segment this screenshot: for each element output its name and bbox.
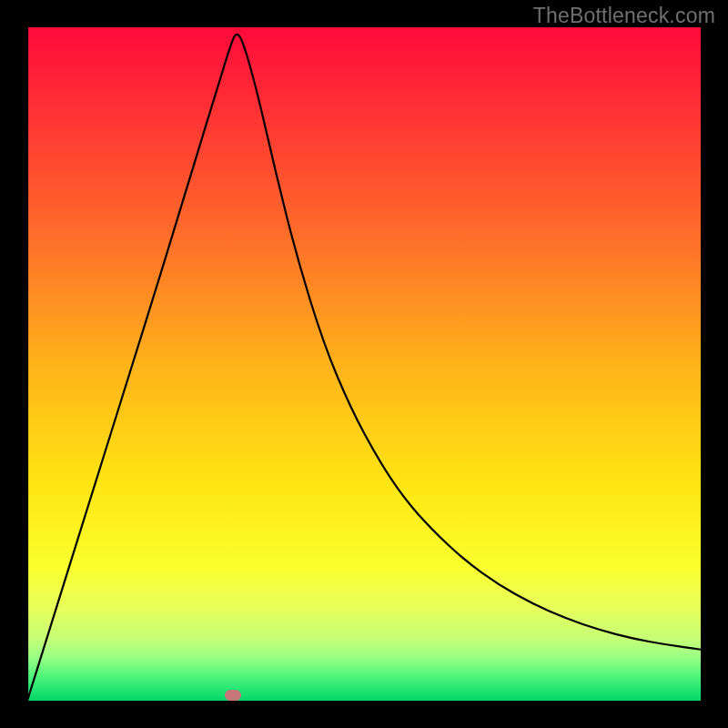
watermark-text: TheBottleneck.com <box>533 4 715 28</box>
curve-path <box>27 22 701 701</box>
optimum-marker <box>225 690 241 701</box>
bottleneck-curve <box>27 27 701 701</box>
chart-frame: TheBottleneck.com <box>0 0 728 728</box>
